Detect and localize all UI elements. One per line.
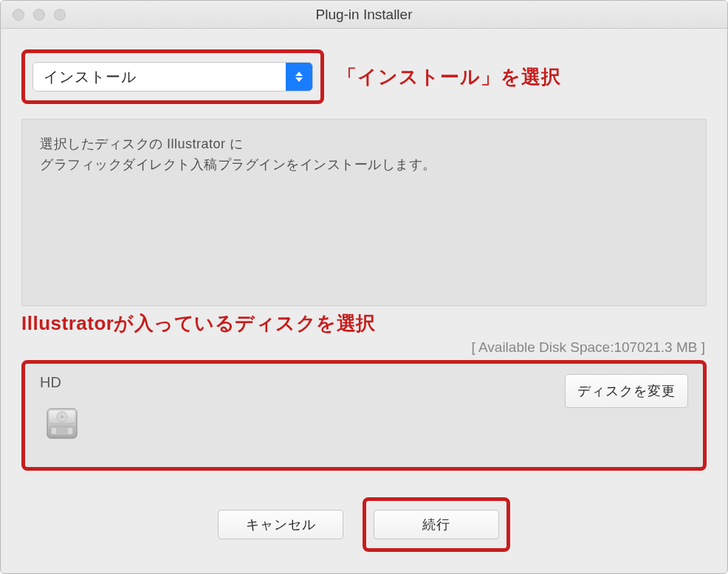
harddrive-icon <box>40 400 84 444</box>
disk-name: HD <box>40 374 84 391</box>
bottom-buttons: キャンセル 続行 <box>21 497 707 552</box>
annotation-highlight-continue: 続行 <box>363 497 510 552</box>
cancel-button[interactable]: キャンセル <box>218 510 343 539</box>
info-line-2: グラフィックダイレクト入稿プラグインをインストールします。 <box>40 155 688 176</box>
top-row: インストール 「インストール」を選択 <box>21 49 707 104</box>
select-value: インストール <box>33 63 286 91</box>
svg-point-3 <box>61 415 63 418</box>
available-disk-space: [ Available Disk Space:107021.3 MB ] <box>21 339 705 356</box>
svg-rect-5 <box>52 428 56 434</box>
installer-window: Plug-in Installer インストール 「インストール」を選択 選択し… <box>0 0 728 574</box>
chevron-updown-icon <box>286 63 312 91</box>
disk-block: HD <box>40 374 84 444</box>
window-title: Plug-in Installer <box>1 7 727 23</box>
continue-button[interactable]: 続行 <box>374 510 499 539</box>
annotation-highlight-disk: HD <box>21 360 707 471</box>
annotation-text-select-install: 「インストール」を選択 <box>337 64 561 90</box>
info-panel: 選択したディスクの Illustrator に グラフィックダイレクト入稿プラグ… <box>21 119 707 306</box>
zoom-button[interactable] <box>54 9 66 21</box>
install-mode-select[interactable]: インストール <box>32 62 313 91</box>
content-area: インストール 「インストール」を選択 選択したディスクの Illustrator… <box>1 29 727 573</box>
titlebar: Plug-in Installer <box>1 1 727 29</box>
close-button[interactable] <box>13 9 24 21</box>
traffic-lights <box>13 9 66 21</box>
minimize-button[interactable] <box>33 9 45 21</box>
svg-rect-6 <box>68 428 72 434</box>
annotation-highlight-dropdown: インストール <box>21 49 324 104</box>
annotation-text-select-disk: Illustratorが入っているディスクを選択 <box>21 311 707 336</box>
info-line-1: 選択したディスクの Illustrator に <box>40 134 688 155</box>
change-disk-button[interactable]: ディスクを変更 <box>565 374 688 408</box>
